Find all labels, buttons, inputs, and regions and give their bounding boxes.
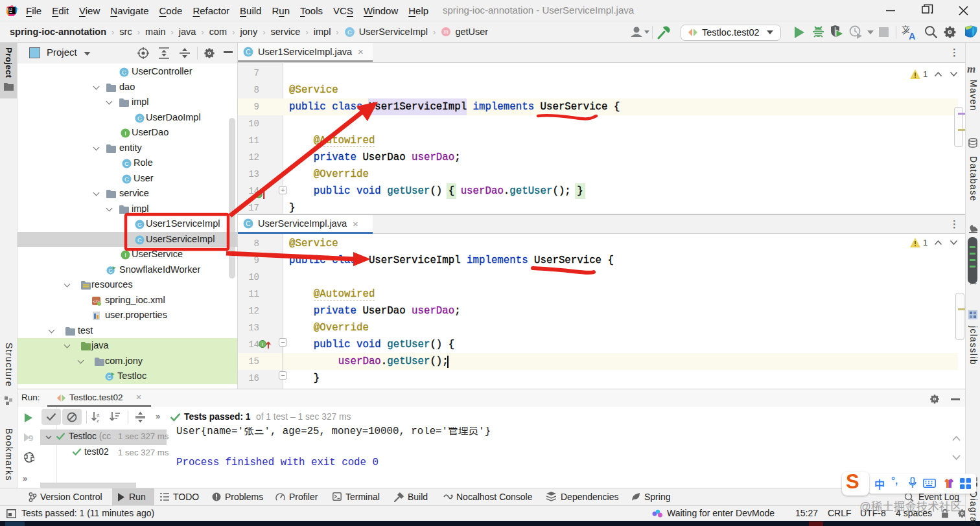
svg-text:C: C xyxy=(122,69,126,76)
svg-text:C: C xyxy=(109,267,113,273)
svg-text:I: I xyxy=(262,341,263,347)
svg-text:C: C xyxy=(347,29,352,36)
svg-text:C: C xyxy=(137,221,142,228)
svg-text:a: a xyxy=(97,412,100,418)
svg-text:C: C xyxy=(246,220,250,227)
svg-text:IJ: IJ xyxy=(9,8,12,12)
svg-text:m: m xyxy=(444,29,449,35)
svg-text:C: C xyxy=(246,48,250,55)
svg-text:C: C xyxy=(137,115,142,122)
svg-text:I: I xyxy=(124,130,126,137)
svg-text:C: C xyxy=(137,236,142,244)
svg-text:C: C xyxy=(124,160,129,167)
svg-text:C: C xyxy=(124,176,129,183)
svg-text:C: C xyxy=(108,374,111,380)
svg-text:9: 9 xyxy=(29,433,33,442)
svg-text:A: A xyxy=(909,31,916,40)
svg-text:I: I xyxy=(124,251,126,258)
svg-text:z: z xyxy=(97,418,99,423)
